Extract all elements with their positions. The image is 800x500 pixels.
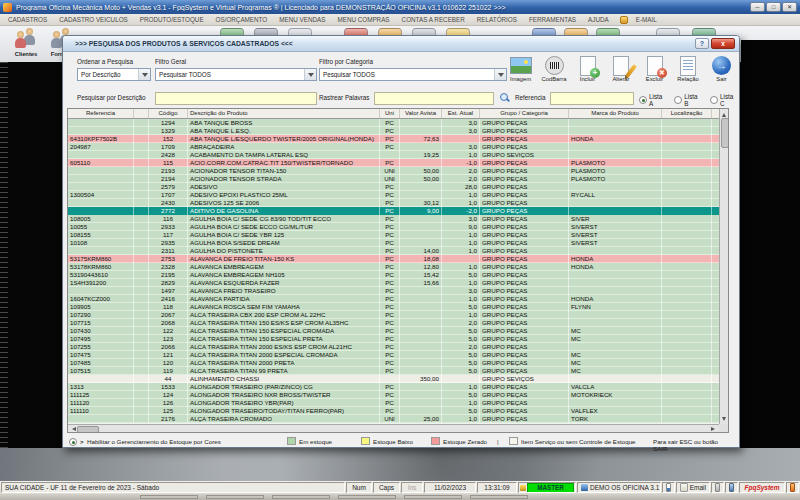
column-header[interactable] (134, 109, 149, 118)
monitor-status-icon[interactable] (725, 482, 738, 493)
alterar-button[interactable]: Alterar (606, 55, 637, 82)
table-row[interactable]: 2428ACABAMENTO DA TAMPA LATERAL ESQ19,25… (68, 151, 728, 159)
relação-button[interactable]: Relação (673, 55, 704, 82)
close-button[interactable]: ✕ (782, 2, 797, 12)
scroll-up-icon[interactable] (722, 111, 726, 117)
menu-item-menu-compras[interactable]: MENU COMPRAS (331, 16, 395, 23)
vertical-scrollbar[interactable] (719, 109, 728, 425)
table-row[interactable]: 531904436102195ALAVANCA EMBREAGEM NH105P… (68, 271, 728, 279)
lista-c-radio[interactable]: Lista C (710, 93, 739, 107)
table-row[interactable]: 1294ABA TANQUE BROSSPC3,0GRUPO PEÇAS (68, 119, 728, 127)
table-row[interactable]: 1077152068ALCA TRASEIRA TITAN 150 ES/KS … (68, 319, 728, 327)
taskbar-window-button[interactable] (338, 495, 396, 499)
menu-item-ajuda[interactable]: AJUDA (582, 16, 615, 23)
table-row[interactable]: 1S4H3912002829ALAVANCA ESQUERDA FAZERPC1… (68, 279, 728, 287)
menu-item-e-mail[interactable]: E-MAIL (630, 16, 663, 23)
search-icon[interactable] (500, 93, 509, 102)
incluir-button[interactable]: +Incluir (572, 55, 603, 82)
table-row[interactable]: 107515119ALCA TRASEIRA TITAN 99 PRETAPC5… (68, 367, 728, 375)
horizontal-scrollbar[interactable] (68, 424, 719, 432)
menu-item-menu-vendas[interactable]: MENU VENDAS (273, 16, 331, 23)
table-row[interactable]: 1072552066ALCA TRASEIRA TITAN 2000 ES/KS… (68, 343, 728, 351)
table-row[interactable]: 111110125ALONGADOR TRASEIRO/TODAY/TITAN … (68, 407, 728, 415)
menu-item-os-or-amento[interactable]: OS/ORÇAMENTO (210, 16, 274, 23)
table-row[interactable]: 101082935AGULHA BOIA S/SEDE DREAMPC1,0GR… (68, 239, 728, 247)
scrollbar-thumb[interactable] (77, 426, 99, 433)
column-header[interactable]: Referencia (68, 109, 134, 118)
taskbar-window-button[interactable] (206, 495, 264, 499)
reference-input[interactable] (550, 92, 634, 105)
taskbar-window-button[interactable] (272, 495, 330, 499)
column-header[interactable]: Localização (662, 109, 712, 118)
table-row[interactable]: 111120126ALONGADOR TRASEIRO YBR(PAR)PC1,… (68, 399, 728, 407)
table-row[interactable]: 2049871709ABRAÇADEIRAPC3,0GRUPO PEÇAS (68, 143, 728, 151)
table-row[interactable]: 1497ALAVANCA FREIO TRASEIROPC3,0GRUPO PE… (68, 287, 728, 295)
imagem-button[interactable]: Imagem (505, 55, 536, 82)
menu-item-relat-rios[interactable]: RELATÓRIOS (471, 16, 523, 23)
column-header[interactable]: Marca do Produto (569, 109, 662, 118)
table-row[interactable]: 53175KRM8602753ALAVANCA DE FREIO TITAN-1… (68, 255, 728, 263)
excluir-button[interactable]: ✕Excluir (639, 55, 670, 82)
table-row[interactable]: 53178KRM8602328ALAVANCA EMBREAGEMPC12,80… (68, 263, 728, 271)
minimize-button[interactable]: ─ (750, 2, 765, 12)
scrollbar-thumb[interactable] (721, 118, 729, 148)
codbarra-button[interactable]: CodBarra (539, 55, 570, 82)
menu-item-contas-a-receber[interactable]: CONTAS A RECEBER (396, 16, 471, 23)
table-row[interactable]: 13005041707ADESIVO EPOXI PLASTICO 25MLPC… (68, 191, 728, 199)
taskbar-window-button[interactable] (140, 495, 198, 499)
menu-item-cadastros[interactable]: CADASTROS (2, 16, 53, 23)
sair-button[interactable]: Sair (706, 55, 737, 82)
table-row[interactable]: 16047KCZ0002416ALAVANCA PARTIDAPC1,0GRUP… (68, 295, 728, 303)
close-icon[interactable]: x (711, 38, 735, 49)
lista-b-radio[interactable]: Lista B (674, 93, 703, 107)
help-icon[interactable]: ? (695, 38, 709, 49)
email-button[interactable]: Email (676, 482, 710, 493)
general-filter-select[interactable]: Pesquisar TODOS (155, 68, 317, 81)
menu-item-ferramentas[interactable]: FERRAMENTAS (523, 16, 582, 23)
table-row[interactable]: 64310KPF7502B152ABA TANQUE L/ESQUERDO TW… (68, 135, 728, 143)
category-filter-select[interactable]: Pesquisar TODOS (319, 68, 507, 81)
table-row[interactable]: 13131533ALONGADOR TRASEIRO (PAR/ZINCO) C… (68, 383, 728, 391)
lista-a-radio[interactable]: Lista A (639, 93, 667, 107)
menu-item-cadastro-veiculos[interactable]: CADASTRO VEICULOS (53, 16, 134, 23)
sort-select[interactable]: Por Descrição (77, 68, 151, 81)
description-search-input[interactable] (155, 92, 317, 105)
scroll-down-icon[interactable] (722, 417, 726, 423)
table-row[interactable]: 107475121ALCA TRASEIRA TITAN 2000 ESPECI… (68, 351, 728, 359)
table-row[interactable]: 2193ACIONADOR TENSOR TITAN-150UNI50,002,… (68, 167, 728, 175)
column-header[interactable]: Código (149, 109, 188, 118)
column-header[interactable]: Grupo / Categoria (480, 109, 569, 118)
column-header[interactable]: Uni (380, 109, 400, 118)
taskbar-window-button[interactable] (404, 495, 462, 499)
printer-status-icon[interactable] (711, 482, 724, 493)
calendar-status-icon[interactable] (662, 482, 675, 493)
scroll-right-icon[interactable] (711, 427, 717, 431)
table-row[interactable]: 2194ACIONADOR TENSOR STRADAUNI50,002,0GR… (68, 175, 728, 183)
word-search-input[interactable] (374, 92, 494, 105)
scroll-left-icon[interactable] (70, 427, 76, 431)
table-row[interactable]: 1329ABA TANQUE L.ESQ.PC3,0GRUPO PEÇAS (68, 127, 728, 135)
menu-item-produto-estoque[interactable]: PRODUTO/ESTOQUE (134, 16, 210, 23)
table-row[interactable]: 1072902067ALCA TRASEIRA CBX 200 ESP CROM… (68, 311, 728, 319)
table-row[interactable]: 111125124ALONGADOR TRASEIRO NXR BROSS/TW… (68, 391, 728, 399)
table-row[interactable]: 605110115ACIO.CORR.COM.CATRAC.TIT 150/TW… (68, 159, 728, 167)
enable-stock-colors-radio[interactable] (69, 438, 77, 446)
column-header[interactable]: Est. Atual (442, 109, 480, 118)
maximize-button[interactable]: □ (766, 2, 781, 12)
table-row[interactable]: 100552933AGULHA BOIA C/ SEDE ECCO CG/ML/… (68, 223, 728, 231)
table-row[interactable]: 109905118ALAVANCA ROSCA SEM FIM YAMAHAPC… (68, 303, 728, 311)
column-header[interactable]: Descrição do Produto (188, 109, 380, 118)
table-row[interactable]: 108155117AGULHA BOIA C/ SEDE YBR 125PC1,… (68, 231, 728, 239)
taskbar-window-button[interactable] (470, 495, 528, 499)
table-row[interactable]: 2772ADITIVO DE GASOLINAPC9,00-2,0GRUPO P… (68, 207, 728, 215)
table-row[interactable]: 2430ADESIVOS 125 SE 2006PC30,121,0GRUPO … (68, 199, 728, 207)
table-row[interactable]: 108005116AGULHA BOIA C/ SEDE CG 83/90 TO… (68, 215, 728, 223)
table-row[interactable]: 2579ADESIVOPC28,0GRUPO PEÇAS (68, 183, 728, 191)
table-row[interactable]: 107495123ALCA TRASEIRA TITAN 150 ESPECIA… (68, 335, 728, 343)
table-row[interactable]: 2176ALÇA TRASEIRA CROMADOUNI25,001,0GRUP… (68, 415, 728, 423)
clientes-icon[interactable]: Clientes (8, 28, 44, 57)
table-row[interactable]: 2311AGULHA DO PISTONETEPC14,001,0GRUPO P… (68, 247, 728, 255)
table-row[interactable]: 44ALINHAMENTO CHASSI350,00GRUPO SEVIÇOS (68, 375, 728, 383)
table-row[interactable]: 107485120ALCA TRASEIRA TITAN 2000 PRETAP… (68, 359, 728, 367)
table-row[interactable]: 107430122ALCA TRASEIRA TITAN 150 ESPECIA… (68, 327, 728, 335)
